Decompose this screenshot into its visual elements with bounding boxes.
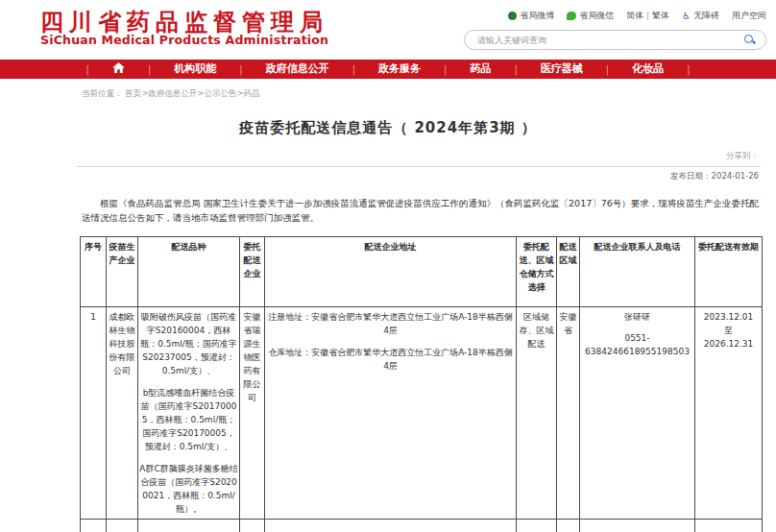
col-validity: 委托配送有效期 — [695, 237, 763, 307]
article-body: 根据《食品药品监管总局 国家卫生计生委关于进一步加强疫苗流通监管促进疫苗供应工作… — [82, 196, 759, 225]
table-row-partial — [81, 520, 763, 532]
weibo-link[interactable]: 省局微博 — [508, 10, 554, 22]
valid-from: 2023.12.01 — [696, 310, 761, 324]
contact-name: 张研研 — [581, 310, 693, 324]
cell-manufacturer: 成都欧林生物科技股份有限公司 — [107, 307, 138, 520]
col-delivery-company: 委托配送企业 — [240, 237, 265, 307]
warehouse-address: 仓库地址：安徽省合肥市繁华大道西立恒工业广场A-18半栋西侧4层 — [266, 346, 515, 373]
cell-storage-mode: 区域储存、区域配送 — [517, 307, 557, 520]
site-title: 四川省药品监督管理局 — [40, 11, 328, 34]
weibo-icon — [508, 12, 517, 20]
search-icon[interactable] — [744, 35, 756, 46]
cell-delivery-company: 安徽省瑞源生物医药有限公司 — [240, 307, 265, 520]
col-storage-mode: 委托配送、区域仓储方式选择 — [517, 237, 557, 307]
utility-links: 省局微博 省局微信 简体 | 繁体 ♿ 无障碍 用户空间 — [508, 10, 766, 22]
publish-date: 发布日期：2024-01-26 — [0, 171, 759, 182]
wechat-link[interactable]: 省局微信 — [567, 10, 614, 22]
col-seq: 序号 — [81, 237, 107, 307]
page-title: 疫苗委托配送信息通告（ 2024年第3期 ） — [0, 119, 776, 137]
share-row: 分享到： — [0, 151, 759, 162]
search-bar — [464, 30, 766, 50]
delivery-info-table: 序号 疫苗生产企业 配送品种 委托配送企业 配送企业地址 委托配送、区域仓储方式… — [80, 236, 763, 532]
table-header-row: 序号 疫苗生产企业 配送品种 委托配送企业 配送企业地址 委托配送、区域仓储方式… — [81, 237, 763, 307]
breadcrumb: 当前位置： 首页>政府信息公开>公示公告>药品 — [82, 88, 776, 100]
search-input[interactable] — [465, 36, 744, 45]
cell-contact: 张研研 0551- 6384246618955198503 — [580, 307, 695, 520]
cell-address: 注册地址：安徽省合肥市繁华大道西立恒工业广场A-18半栋西侧4层 仓库地址：安徽… — [265, 307, 517, 520]
breadcrumb-path[interactable]: 首页>政府信息公开>公示公告>药品 — [125, 88, 259, 98]
wechat-icon — [567, 12, 576, 20]
contact-phone: 0551- — [581, 331, 693, 345]
site-header: 四川省药品监督管理局 SiChuan Medical Products Admi… — [0, 0, 776, 60]
valid-to: 2026.12.31 — [696, 337, 761, 351]
nav-divider: | — [687, 64, 690, 75]
cell-region: 安徽省 — [557, 307, 580, 520]
nav-item-medical-devices[interactable]: 医疗器械 — [518, 60, 606, 79]
cell-seq: 1 — [81, 307, 107, 520]
product-item: 吸附破伤风疫苗（国药准字S20160004，西林瓶：0.5ml/瓶；国药准字S2… — [139, 310, 238, 377]
col-address: 配送企业地址 — [265, 237, 517, 307]
cell-products: 吸附破伤风疫苗（国药准字S20160004，西林瓶：0.5ml/瓶；国药准字S2… — [138, 307, 240, 520]
accessibility-icon: ♿ — [682, 11, 691, 21]
nav-item-gov-info[interactable]: 政府信息公开 — [243, 60, 352, 79]
table-row: 1 成都欧林生物科技股份有限公司 吸附破伤风疫苗（国药准字S20160004，西… — [81, 307, 763, 520]
product-item: b型流感嗜血杆菌结合疫苗（国药准字S20170005，西林瓶：0.5ml/瓶；国… — [139, 386, 238, 453]
nav-item-functions[interactable]: 机构职能 — [151, 60, 239, 79]
accessibility-link[interactable]: ♿ 无障碍 — [682, 10, 719, 22]
site-logo: 四川省药品监督管理局 SiChuan Medical Products Admi… — [40, 11, 328, 46]
language-toggle: 简体 | 繁体 — [626, 10, 669, 22]
nav-item-services[interactable]: 政务服务 — [355, 60, 444, 79]
title-divider — [77, 166, 761, 167]
user-space-link[interactable]: 用户空间 — [732, 10, 766, 22]
col-manufacturer: 疫苗生产企业 — [107, 237, 138, 307]
nav-item-cosmetics[interactable]: 化妆品 — [609, 60, 687, 79]
home-icon — [112, 62, 125, 73]
product-item: A群C群脑膜炎球菌多糖结合疫苗（国药准字S20200021，西林瓶：0.5ml/… — [139, 462, 238, 516]
col-region: 配送区域 — [557, 237, 580, 307]
main-nav: | | 机构职能 | 政府信息公开 | 政务服务 | 药品 | 医疗器械 | 化… — [0, 60, 776, 79]
registered-address: 注册地址：安徽省合肥市繁华大道西立恒工业广场A-18半栋西侧4层 — [266, 310, 515, 337]
valid-to-label: 至 — [696, 324, 761, 337]
breadcrumb-label: 当前位置： — [82, 88, 123, 98]
site-title-en: SiChuan Medical Products Administration — [40, 34, 328, 46]
contact-phone: 6384246618955198503 — [581, 345, 693, 358]
share-label[interactable]: 分享到： — [726, 151, 759, 160]
simplified-link[interactable]: 简体 — [626, 11, 643, 20]
nav-item-drugs[interactable]: 药品 — [447, 60, 514, 79]
traditional-link[interactable]: 繁体 — [652, 11, 669, 20]
col-contact: 配送企业联系人及电话 — [580, 237, 695, 307]
nav-home[interactable] — [89, 60, 148, 79]
cell-validity: 2023.12.01 至 2026.12.31 — [695, 307, 763, 520]
col-products: 配送品种 — [138, 237, 240, 307]
language-divider: | — [646, 11, 649, 20]
